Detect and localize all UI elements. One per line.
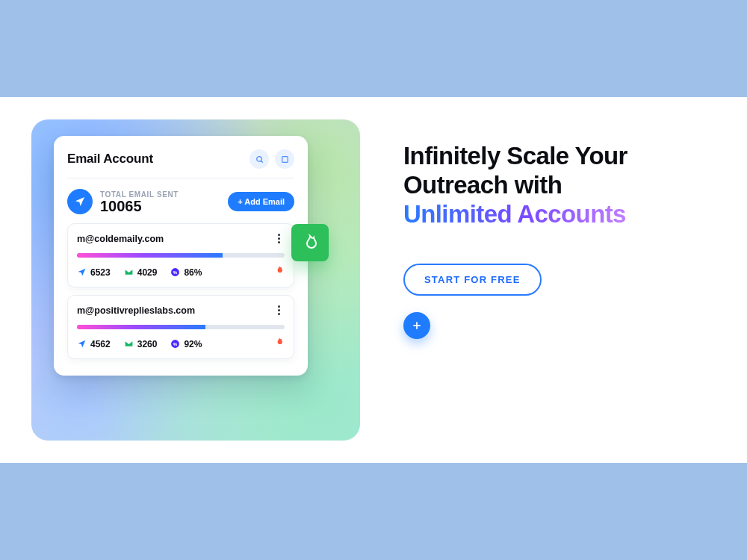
- svg-text:%: %: [173, 342, 178, 346]
- progress-fill: [77, 253, 223, 258]
- progress-bar: [77, 253, 285, 258]
- stat-sent: 4562: [77, 339, 111, 349]
- add-fab[interactable]: [403, 312, 430, 339]
- kebab-icon[interactable]: [273, 303, 285, 317]
- svg-text:%: %: [173, 270, 178, 275]
- add-email-button[interactable]: + Add Email: [228, 192, 294, 211]
- headline-line1: Infinitely Scale Your: [403, 142, 627, 169]
- email-account-card: Email Account TOTAL EMAIL SENT 10065: [54, 136, 308, 376]
- stat-rate: % 86%: [170, 267, 202, 278]
- svg-rect-2: [282, 156, 288, 162]
- card-title: Email Account: [67, 152, 153, 167]
- summary-row: TOTAL EMAIL SENT 10065 + Add Email: [67, 178, 294, 223]
- account-row: m@coldemaily.com 6523 4029 % 86%: [67, 223, 294, 287]
- account-row: m@positivreplieslabs.com 4562 3260 % 92%: [67, 295, 294, 359]
- headline: Infinitely Scale Your Outreach with Unli…: [403, 142, 717, 229]
- headline-highlight: Unlimited Accounts: [403, 200, 626, 228]
- progress-fill: [77, 325, 205, 329]
- kebab-icon[interactable]: [273, 231, 285, 246]
- flame-icon: [273, 337, 285, 351]
- svg-point-0: [256, 156, 261, 161]
- stat-delivered: 4029: [124, 267, 158, 278]
- stat-delivered: 3260: [124, 339, 158, 349]
- fire-badge: [291, 224, 329, 261]
- account-email: m@coldemaily.com: [77, 234, 164, 244]
- summary-value: 10065: [100, 199, 179, 214]
- headline-line2: Outreach with: [403, 171, 562, 199]
- card-header: Email Account: [67, 149, 294, 178]
- progress-bar: [77, 325, 285, 329]
- send-icon: [67, 189, 93, 214]
- summary-label: TOTAL EMAIL SENT: [100, 190, 179, 199]
- flame-icon: [273, 265, 285, 279]
- svg-line-1: [261, 161, 262, 162]
- expand-icon[interactable]: [275, 149, 294, 169]
- stat-sent: 6523: [77, 267, 111, 278]
- account-email: m@positivreplieslabs.com: [77, 305, 195, 316]
- search-icon[interactable]: [249, 149, 269, 169]
- stat-rate: % 92%: [170, 339, 202, 349]
- marketing-copy: Infinitely Scale Your Outreach with Unli…: [403, 142, 717, 339]
- start-free-button[interactable]: START FOR FREE: [403, 264, 542, 296]
